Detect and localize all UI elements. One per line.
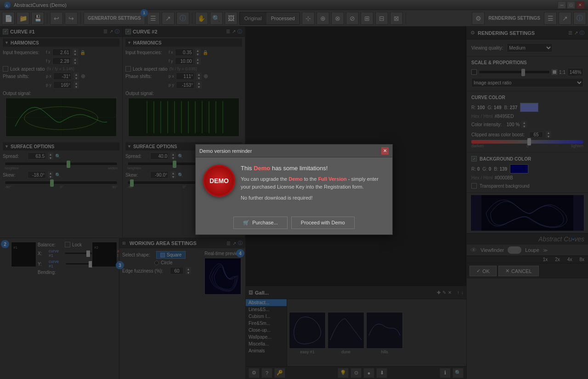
modal-overlay: Demo version reminder ✕ DEMO This Demo h… [0,0,588,379]
modal-close-button[interactable]: ✕ [381,147,389,155]
modal-header: Demo version reminder ✕ [196,145,392,157]
purchase-label: Purchase... [252,220,278,225]
modal-full-version: Full Version [318,176,346,182]
modal-demo-word: Demo [254,165,270,172]
proceed-button[interactable]: Proceed with Demo [291,217,355,229]
modal-upgrade-demo: Demo [288,176,303,182]
modal-headline: This Demo has some limitations! [241,165,385,172]
modal-footer: 🛒 Purchase... Proceed with Demo [196,213,392,234]
demo-modal: Demo version reminder ✕ DEMO This Demo h… [195,144,393,235]
modal-title: Demo version reminder [199,148,381,154]
modal-content-area: This Demo has some limitations! You can … [241,165,385,206]
demo-icon: DEMO [203,165,235,197]
purchase-button[interactable]: 🛒 Purchase... [233,217,288,229]
modal-body: DEMO This Demo has some limitations! You… [196,157,392,213]
proceed-label: Proceed with Demo [301,220,345,225]
modal-text2: No further download is required! [241,194,385,202]
modal-text1: You can upgrade the Demo to the Full Ver… [241,175,385,190]
purchase-cart-icon: 🛒 [243,220,249,226]
